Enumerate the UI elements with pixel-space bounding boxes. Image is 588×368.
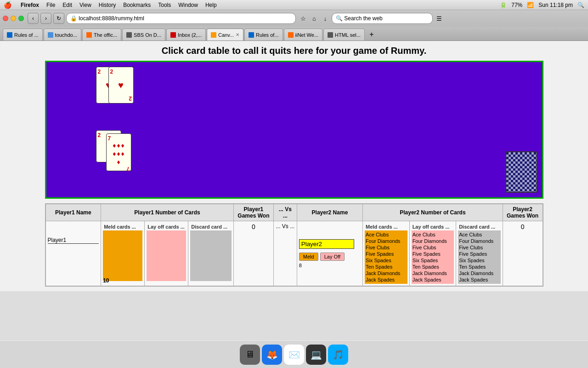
battery-level: 77%: [511, 2, 522, 8]
game-table: Player1 Name Player1 Number of Cards Pla…: [45, 203, 543, 287]
tab-canvas[interactable]: Canv... ✕: [207, 29, 243, 40]
close-button[interactable]: [3, 16, 8, 21]
search-bar[interactable]: 🔍 Search the web: [332, 13, 433, 24]
p1-name-input[interactable]: [48, 237, 99, 244]
tab-html[interactable]: HTML sel...: [323, 29, 365, 40]
menu-icon[interactable]: ☰: [435, 14, 444, 23]
header-p2-name: Player2 Name: [297, 204, 362, 221]
tab-rules1[interactable]: Rules of ...: [3, 29, 43, 40]
new-tab-button[interactable]: +: [366, 29, 378, 40]
page-title: Click card table to call it quits here f…: [9, 46, 579, 56]
browser-chrome: ‹ › ↻ 🔒 localhost:8888/rummy.html ☆ ⌂ ↓ …: [0, 10, 588, 41]
minimize-button[interactable]: [11, 16, 16, 21]
p1-layoff-area[interactable]: [147, 230, 186, 281]
bookmark-icon[interactable]: ☆: [299, 14, 308, 23]
toolbar-icons: ☆ ⌂ ↓: [299, 14, 330, 23]
p2-discard-items: Ace Clubs Four Diamonds Five Clubs Five …: [459, 231, 500, 283]
menu-view[interactable]: View: [79, 2, 91, 8]
p2-name-input[interactable]: [299, 239, 354, 249]
wifi-icon: 📶: [527, 2, 534, 8]
p1-games-won: 0: [233, 221, 273, 287]
p1-discard-cell: Discard card ...: [188, 221, 234, 287]
apple-menu[interactable]: 🍎: [4, 1, 11, 9]
p2-discard-header: Discard card ...: [458, 223, 501, 230]
traffic-lights: [3, 16, 24, 21]
search-placeholder: Search the web: [344, 15, 382, 22]
url-display: localhost:8888/rummy.html: [79, 15, 144, 22]
browser-toolbar: ‹ › ↻ 🔒 localhost:8888/rummy.html ☆ ⌂ ↓ …: [0, 10, 588, 27]
dock-finder[interactable]: 🖥: [240, 345, 260, 365]
p2-layoff-cell: Lay off cards ... Ace Clubs Four Diamond…: [409, 221, 456, 287]
dock-terminal[interactable]: 💻: [306, 345, 326, 365]
battery-icon: 🔋: [500, 2, 507, 8]
p2-layoff-area[interactable]: Ace Clubs Four Diamonds Five Clubs Five …: [412, 230, 454, 284]
card-2-hearts: 2 ♥ 2: [108, 67, 134, 104]
p1-discard-header: Discard card ...: [190, 223, 232, 230]
tab-rules2[interactable]: Rules of...: [244, 29, 283, 40]
header-p1-cards: Player1 Number of Cards: [101, 204, 234, 221]
p2-layoff-header: Lay off cards ...: [412, 223, 454, 230]
search-magnifier-icon: 🔍: [336, 15, 343, 22]
download-icon[interactable]: ↓: [321, 14, 330, 23]
p2-card-count: 8: [299, 263, 361, 268]
menu-file[interactable]: File: [46, 2, 55, 8]
p2-games-won: 0: [503, 221, 543, 287]
forward-button[interactable]: ›: [40, 13, 51, 24]
header-p2-won: Player2 Games Won: [503, 204, 543, 221]
dock-app1[interactable]: 🎵: [328, 345, 348, 365]
tabs-bar: Rules of ... touchdo... The offic... SBS…: [0, 27, 588, 40]
p1-layoff-header: Lay off cards ...: [147, 223, 186, 230]
p1-name-cell: [45, 221, 101, 287]
address-bar[interactable]: 🔒 localhost:8888/rummy.html: [66, 13, 296, 24]
tab-touchdo[interactable]: touchdo...: [44, 29, 81, 40]
tab-close-icon[interactable]: ✕: [236, 32, 239, 37]
p1-meld-area[interactable]: [103, 230, 142, 281]
vs-cell: ... Vs ...: [273, 221, 297, 287]
search-icon[interactable]: 🔍: [577, 2, 584, 8]
p2-layoff-button[interactable]: Lay Off: [320, 253, 345, 261]
game-canvas[interactable]: 2 ♥ 2 2 ♥ 2 2 ♦ 7 ♦♦♦ ♦♦♦ ♦ 7: [45, 61, 543, 199]
datetime: Sun 11:18 pm: [538, 2, 573, 8]
p1-card-count: 10: [103, 277, 109, 284]
lock-icon: 🔒: [70, 15, 77, 22]
menu-firefox[interactable]: Firefox: [21, 2, 39, 8]
p1-discard-area[interactable]: [190, 230, 232, 281]
menubar-right: 🔋 77% 📶 Sun 11:18 pm 🔍: [500, 2, 584, 8]
card-7-diamonds: 7 ♦♦♦ ♦♦♦ ♦ 7: [106, 133, 131, 171]
p2-layoff-items: Ace Clubs Four Diamonds Five Clubs Five …: [413, 231, 453, 283]
menu-help[interactable]: Help: [205, 2, 217, 8]
menu-edit[interactable]: Edit: [62, 2, 72, 8]
header-vs: ... Vs ...: [273, 204, 297, 221]
p1-layoff-cell: Lay off cards ...: [145, 221, 188, 287]
menu-window[interactable]: Window: [178, 2, 198, 8]
dock-firefox[interactable]: 🦊: [262, 345, 282, 365]
tab-iinet[interactable]: iiNet We...: [284, 29, 323, 40]
dock-mail[interactable]: ✉️: [284, 345, 304, 365]
menu-history[interactable]: History: [99, 2, 116, 8]
menubar: 🍎 Firefox File Edit View History Bookmar…: [0, 0, 588, 10]
header-p2-cards: Player2 Number of Cards: [363, 204, 503, 221]
tab-inbox[interactable]: Inbox (2,...: [166, 29, 206, 40]
p2-meld-button[interactable]: Meld: [299, 253, 318, 261]
p2-meld-header: Meld cards ...: [365, 223, 407, 230]
header-p1-won: Player1 Games Won: [233, 204, 273, 221]
page-content: Click card table to call it quits here f…: [0, 41, 588, 291]
back-button[interactable]: ‹: [28, 13, 39, 24]
menu-bookmarks[interactable]: Bookmarks: [123, 2, 151, 8]
card-deck[interactable]: [505, 151, 537, 193]
p2-name-cell: Meld Lay Off 8: [297, 221, 362, 287]
p2-discard-cell: Discard card ... Ace Clubs Four Diamonds…: [456, 221, 503, 287]
p2-meld-cell: Meld cards ... Ace Clubs Four Diamonds F…: [363, 221, 410, 287]
tab-official[interactable]: The offic...: [82, 29, 121, 40]
p2-meld-items: Ace Clubs Four Diamonds Five Clubs Five …: [366, 231, 407, 283]
header-p1-name: Player1 Name: [45, 204, 101, 221]
home-icon[interactable]: ⌂: [310, 14, 319, 23]
menu-tools[interactable]: Tools: [158, 2, 171, 8]
p2-discard-area[interactable]: Ace Clubs Four Diamonds Five Clubs Five …: [458, 230, 501, 284]
p1-meld-header: Meld cards ...: [103, 223, 142, 230]
reload-button[interactable]: ↻: [53, 13, 64, 24]
maximize-button[interactable]: [18, 16, 24, 21]
p2-meld-area[interactable]: Ace Clubs Four Diamonds Five Clubs Five …: [365, 230, 407, 284]
tab-sbs[interactable]: SBS On D...: [122, 29, 165, 40]
dock: 🖥 🦊 ✉️ 💻 🎵: [0, 340, 588, 368]
